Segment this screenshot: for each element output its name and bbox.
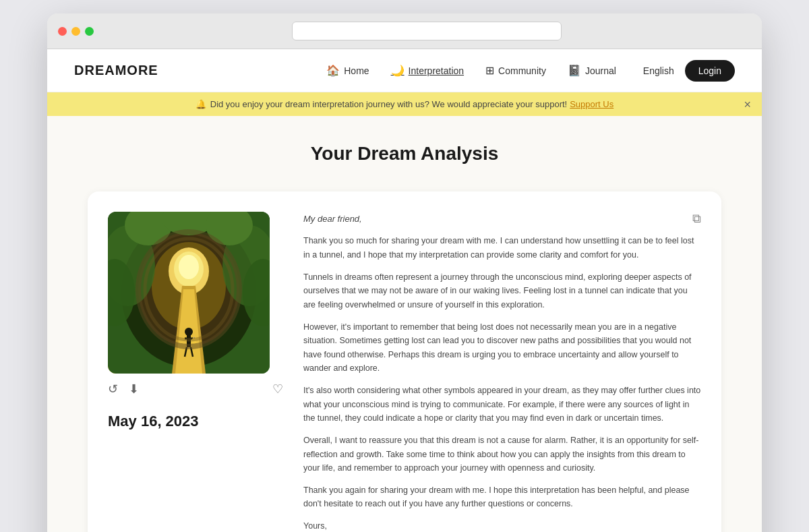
analysis-para-6: Thank you again for sharing your dream w… bbox=[303, 483, 701, 511]
maximize-button[interactable] bbox=[85, 27, 94, 36]
nav-interpretation[interactable]: 🌙 Interpretation bbox=[391, 64, 465, 77]
nav-journal[interactable]: 📓 Journal bbox=[568, 64, 616, 77]
interpretation-icon: 🌙 bbox=[391, 64, 404, 77]
nav-community[interactable]: ⊞ Community bbox=[485, 64, 546, 77]
right-panel: ⧉ My dear friend, Thank you so much for … bbox=[303, 212, 701, 532]
page-title: Your Dream Analysis bbox=[88, 143, 721, 165]
analysis-para-3: However, it's important to remember that… bbox=[303, 320, 701, 376]
browser-window: DREAMORE 🏠 Home 🌙 Interpretation ⊞ Commu… bbox=[47, 13, 762, 532]
login-button[interactable]: Login bbox=[685, 60, 735, 82]
analysis-para-1: Thank you so much for sharing your dream… bbox=[303, 234, 701, 262]
navbar: DREAMORE 🏠 Home 🌙 Interpretation ⊞ Commu… bbox=[47, 49, 762, 92]
traffic-lights bbox=[58, 27, 94, 36]
nav-community-label: Community bbox=[498, 65, 546, 76]
svg-point-9 bbox=[185, 328, 193, 336]
analysis-para-4: It's also worth considering what other s… bbox=[303, 384, 701, 425]
nav-home[interactable]: 🏠 Home bbox=[326, 64, 369, 77]
analysis-signoff: Yours, bbox=[303, 519, 701, 532]
banner-text: Did you enjoy your dream interpretation … bbox=[210, 99, 567, 109]
heart-button[interactable]: ♡ bbox=[272, 382, 283, 396]
minimize-button[interactable] bbox=[71, 27, 80, 36]
dream-card: ↺ ⬇ ♡ May 16, 2023 ⧉ My dear friend, Tha… bbox=[88, 191, 721, 532]
banner-close-button[interactable]: × bbox=[744, 98, 751, 111]
language-button[interactable]: English bbox=[643, 65, 674, 76]
dream-date: May 16, 2023 bbox=[108, 413, 283, 430]
date-section: May 16, 2023 bbox=[108, 413, 283, 430]
nav-right: English Login bbox=[643, 60, 735, 82]
logo: DREAMORE bbox=[74, 63, 158, 78]
analysis-greeting: My dear friend, bbox=[303, 212, 701, 226]
svg-point-6 bbox=[179, 255, 199, 279]
analysis-para-5: Overall, I want to reassure you that thi… bbox=[303, 434, 701, 475]
url-bar[interactable] bbox=[292, 22, 562, 40]
browser-chrome bbox=[47, 13, 762, 49]
support-link[interactable]: Support Us bbox=[570, 99, 613, 109]
banner-icon: 🔔 bbox=[196, 99, 206, 109]
dream-image bbox=[108, 212, 270, 374]
nav-journal-label: Journal bbox=[585, 65, 616, 76]
main-content: Your Dream Analysis bbox=[47, 116, 762, 532]
left-panel: ↺ ⬇ ♡ May 16, 2023 bbox=[108, 212, 283, 532]
community-icon: ⊞ bbox=[485, 64, 494, 77]
action-icons-left: ↺ ⬇ bbox=[108, 382, 139, 396]
copy-button[interactable]: ⧉ bbox=[692, 212, 701, 226]
banner: 🔔 Did you enjoy your dream interpretatio… bbox=[47, 92, 762, 116]
analysis-para-2: Tunnels in dreams often represent a jour… bbox=[303, 270, 701, 312]
journal-icon: 📓 bbox=[568, 64, 581, 77]
analysis-text: My dear friend, Thank you so much for sh… bbox=[303, 212, 701, 532]
home-icon: 🏠 bbox=[326, 64, 340, 77]
nav-interpretation-label: Interpretation bbox=[409, 65, 465, 76]
tunnel-artwork bbox=[108, 212, 270, 374]
close-button[interactable] bbox=[58, 27, 67, 36]
download-button[interactable]: ⬇ bbox=[129, 382, 139, 396]
image-actions: ↺ ⬇ ♡ bbox=[108, 374, 283, 396]
nav-links: 🏠 Home 🌙 Interpretation ⊞ Community 📓 Jo… bbox=[326, 64, 616, 77]
nav-home-label: Home bbox=[344, 65, 369, 76]
app-content: DREAMORE 🏠 Home 🌙 Interpretation ⊞ Commu… bbox=[47, 49, 762, 532]
refresh-button[interactable]: ↺ bbox=[108, 382, 118, 396]
